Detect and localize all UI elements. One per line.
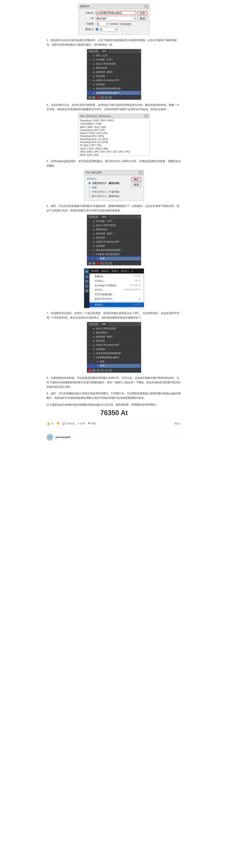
png-option1-radio[interactable] [88,182,91,184]
add-btn[interactable]: ＋ [105,96,108,99]
stop-btn[interactable]: ■ [88,96,92,99]
like-button[interactable]: 👍 21 [46,422,54,425]
delete-btn[interactable]: ✕ [109,262,112,265]
list-item[interactable]: BMP (*.BMP;*.RLE;*.DIB) [79,126,149,129]
png-option4-radio[interactable] [88,195,91,197]
list-item[interactable]: ✓ □ ▶ 存储为 Photoshop PDF [87,343,141,347]
tab-actions-2[interactable]: 动作 [100,215,108,219]
menu-item-recent[interactable]: 最近打开文件(T) ▶ [90,297,144,301]
menu-item-new[interactable]: 新建(N)... Ctrl+N [90,274,144,279]
cancel-button[interactable]: 取消 [138,16,148,21]
list-item[interactable]: ✓ ▶ 自定义 RGB 到灰度 [87,223,141,227]
panel-tab-arrow-1[interactable]: » [137,49,141,54]
list-item-highlighted[interactable]: ✓ ▶ 存储 [87,256,141,261]
menu-item-open[interactable]: 打开(O)... Ctrl+O [90,279,144,283]
tab-actions-1[interactable]: 动作 [100,49,108,54]
list-item[interactable]: ✓ ▶ 存储 [87,360,141,364]
menu-edit[interactable]: 编辑(E) [101,269,109,273]
list-item[interactable]: JPEG 2000 (*.JPF;*.JPX;*.JP2;*.J2C;*.J2K… [79,150,149,153]
stop-btn[interactable]: ■ [88,262,92,265]
list-item[interactable]: Photoshop DCS 2.0 (*.EPS) [79,141,149,144]
new-btn[interactable]: □ [100,96,104,99]
list-item[interactable]: ✓ ▶ 淡交换射 [87,347,141,351]
list-item[interactable]: ✓ ▶ 标准色调（图层） [87,335,141,339]
sidebar-tool-2[interactable]: ✥ [85,280,89,283]
list-item[interactable]: ✓ □ ▶ 水中倒影（文字） [87,58,141,62]
menu-more[interactable]: 文 [131,269,133,273]
menu-item-open-as[interactable]: 打开为... Alt+Shift+Ctrl+O [90,288,144,292]
panel-tab-arrow-3[interactable]: » [137,322,141,327]
png-cancel-button[interactable]: 取消 [131,183,141,187]
panel-tab-arrow-2[interactable]: » [137,215,141,219]
list-item[interactable]: ✓ ▼ psd批量处理成png格式 [87,355,141,360]
color-checkbox[interactable] [96,28,98,31]
menu-item-bridge[interactable]: 在 Bridge 中浏览(B)... Alt+Ctrl+O [90,283,144,288]
new-btn[interactable]: □ [100,369,104,372]
list-item[interactable]: ✓ □ ▶ 混合器画笔完殊绘图设置 [87,248,141,252]
png-option3-radio[interactable] [88,191,91,193]
list-item[interactable]: Dicom (*.DCM;*.DC3;*.DIC) [79,132,149,135]
list-item[interactable]: ✓ ▶ 四分割色 [87,74,141,79]
stop-btn-highlighted[interactable]: ■ [88,369,92,372]
menu-item-open-smart[interactable]: 打开为智能对象... [90,292,144,297]
list-item[interactable]: ✓ □ ▶ 存储为 Photoshop PDF [87,79,141,83]
record-btn[interactable]: ● [96,369,100,372]
ctrl-input[interactable] [119,22,136,26]
file-list-close-button[interactable]: × [144,114,148,118]
list-item[interactable]: ✓ ▶ 棋化的钻块 [87,331,141,335]
add-btn[interactable]: ＋ [105,369,108,372]
func-select[interactable]: 无 [96,22,109,26]
menu-item-close[interactable]: 关闭(C) Ctrl+W [90,303,144,307]
list-item[interactable]: Photoshop (*.PSD;*.PDD;*.PSDT) [79,119,149,122]
color-select[interactable]: 无 [99,27,118,31]
list-item[interactable]: CompuServe GIF (*.GIF) [79,129,149,132]
record-btn[interactable]: ● [96,96,100,99]
list-item[interactable]: ✓ ▶ 四分割色 [87,339,141,343]
collect-button[interactable]: 收起∧ [174,422,182,425]
list-item[interactable]: ✓ ▶ 淡交换射 [87,83,141,87]
list-item[interactable]: ✓ ▼ psd批量 处理成png格式 [87,252,141,256]
list-item[interactable]: ✓ ▶ 四分割色 [87,236,141,240]
png-option2-radio[interactable] [88,186,91,189]
list-item[interactable]: ✓ □ ▶ 存储为 Photoshop PDF [87,240,141,244]
tab-history-1[interactable]: 历史记录 [87,49,100,54]
list-item[interactable]: Photoshop EPS (*.EPS) [79,135,149,138]
comment-button[interactable]: 💬 评论(3) [62,422,74,425]
list-item[interactable]: ✓ ▶ 棋化的钻块 [87,66,141,70]
list-item-highlighted[interactable]: ✓ ▶ 关闭 [87,364,141,368]
list-item[interactable]: ✓ ▶ 标准色调（图层） [87,232,141,236]
new-btn[interactable]: □ [100,262,104,265]
sidebar-tool-3[interactable]: ⬚ [85,284,89,288]
record-btn[interactable]: ● [96,262,100,265]
play-btn[interactable]: ▶ [92,262,96,265]
list-item[interactable]: ✓ ▶ 投影（文字） [87,54,141,58]
png-ok-button[interactable]: 确定 [131,177,141,182]
list-item[interactable]: ✓ ▶ 淡交换射 [87,244,141,248]
tab-actions-3[interactable]: 动作 [100,322,108,327]
list-item[interactable]: ✓ ▶ 水中倒影（文字） [87,219,141,223]
dislike-button[interactable]: 👎 [56,422,60,425]
share-button[interactable]: ↗ 分享 [77,422,85,425]
list-item[interactable]: ✓ ▶ 自定义 RGB 到灰度 [87,327,141,331]
add-btn[interactable]: ＋ [105,262,108,265]
menu-file[interactable]: 文件(F) [91,269,99,273]
list-item[interactable]: ✓ ▶ 自定义 RGB 到灰度 [87,62,141,66]
sidebar-tool-4[interactable]: ☰ [85,289,89,293]
list-item[interactable]: IFF 格式 (*.IFF;*.TDI) [79,144,149,147]
menu-image[interactable]: 图像(I) [111,269,119,273]
list-item[interactable]: JPEG (*.JPG;*.JPEG;*.JPE) [79,147,149,150]
record-button[interactable]: 记录 [138,11,148,16]
report-button[interactable]: ⚑ 举报 [88,422,96,425]
delete-btn[interactable]: ✕ [109,96,112,99]
list-item[interactable]: JPEG 立体 (*.JPS) [79,153,149,156]
list-item[interactable]: 大型文档格式 (*.PSB) [79,122,149,126]
sidebar-tool-1[interactable]: ⊕ [85,275,89,279]
tab-history-2[interactable]: 历史记录 [87,215,100,219]
list-item[interactable]: ✓ ▶ 标准色调（图层） [87,70,141,74]
list-item[interactable]: ✓ □ ▶ 混合器画笔完殊绘图设置 [87,351,141,355]
name-input[interactable] [96,11,136,15]
delete-btn[interactable]: ✕ [109,369,112,372]
play-btn[interactable]: ▶ [92,369,96,372]
list-item[interactable]: ✓ ▶ 棋化的钻块 [87,227,141,232]
list-item[interactable]: Photoshop DCS 1.0 (*.EPS) [79,138,149,141]
